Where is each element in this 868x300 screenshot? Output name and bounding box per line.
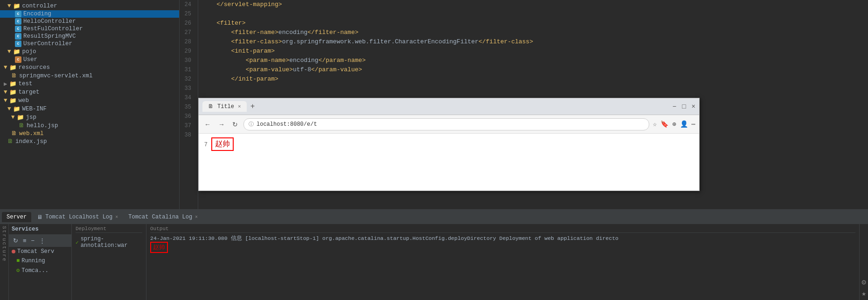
services-more-button[interactable]: ⋮ (38, 237, 47, 245)
code-editor-area: 24 25 26 27 28 29 30 31 32 33 34 35 36 3… (180, 0, 868, 209)
tab-tomcat-catalina-log[interactable]: Tomcat Catalina Log × (124, 212, 202, 222)
bottom-tab-bar: Server 🖥 Tomcat Localhost Log × Tomcat C… (0, 210, 868, 224)
star-outline-icon[interactable]: ☆ (653, 120, 657, 128)
deployment-header: Deployment (76, 226, 142, 233)
tree-item-webxml[interactable]: 🗎 web.xml (0, 130, 179, 137)
settings-gear-icon[interactable]: ⚙ (861, 278, 866, 287)
tree-item-jsp[interactable]: ▼ 📁 jsp (0, 113, 179, 122)
top-area: ▼ 📁 controller c Encoding c HelloControl… (0, 0, 868, 209)
tree-item-test[interactable]: ▶ 📁 test (0, 80, 179, 88)
collections-icon[interactable]: 🔖 (660, 120, 668, 128)
xml-icon: 🗎 (11, 130, 17, 137)
tree-item-restfulcontroller[interactable]: c RestFulController (0, 25, 179, 33)
browser-window: 🗎 Title × + − □ × ← → ↻ ⓘ (198, 98, 700, 191)
services-header: Services (9, 224, 71, 235)
tab-label-tomcat-localhost: Tomcat Localhost Log (45, 214, 112, 220)
browser-back-button[interactable]: ← (202, 120, 213, 129)
tree-label: springmvc-servlet.xml (19, 73, 93, 79)
browser-maximize-button[interactable]: □ (682, 103, 686, 110)
tree-item-hello-jsp[interactable]: 🗎 hello.jsp (0, 122, 179, 130)
structure-label: Structure (0, 224, 9, 300)
browser-close-button[interactable]: × (692, 103, 695, 110)
output-line-1: 24-Jan-2021 19:11:30.080 信息 [localhost-s… (150, 235, 855, 242)
output-text-1: 24-Jan-2021 19:11:30.080 信息 [localhost-s… (150, 235, 618, 241)
favorites-icon[interactable]: ★ (861, 289, 866, 298)
browser-forward-button[interactable]: → (216, 120, 227, 129)
services-item-running[interactable]: ■ Running (9, 256, 71, 266)
xml-icon: 🗎 (11, 72, 17, 79)
tab-tomcat-localhost-log[interactable]: 🖥 Tomcat Localhost Log × (32, 212, 123, 223)
services-collapse-button[interactable]: − (30, 237, 36, 245)
services-refresh-button[interactable]: ↻ (12, 237, 20, 245)
tree-item-usercontroller[interactable]: c UserController (0, 40, 179, 48)
services-item-tomca[interactable]: ⚙ Tomca... (9, 266, 71, 275)
tree-label: RestFulController (23, 26, 83, 32)
tree-label: test (19, 81, 33, 87)
tab-label-tomcat-catalina: Tomcat Catalina Log (128, 214, 192, 220)
profile-icon[interactable]: 👤 (680, 120, 688, 128)
bottom-content: Structure Services ↻ ≡ − ⋮ Tomcat Serv (0, 224, 868, 300)
output-chinese-text: 赵帅 (150, 242, 168, 253)
class-icon: c (15, 33, 21, 40)
folder-expand-icon: ▼ (7, 3, 11, 9)
tree-item-hellocontroller[interactable]: c HelloController (0, 18, 179, 25)
services-item-label-running: Running (21, 258, 45, 264)
file-icon: 🗎 (19, 122, 25, 129)
tree-label: hello.jsp (27, 123, 58, 129)
more-icon[interactable]: ⋯ (692, 120, 695, 128)
file-tree-sidebar: ▼ 📁 controller c Encoding c HelloControl… (0, 0, 180, 209)
folder-expand-icon: ▼ (7, 48, 11, 55)
code-line-26: <filter> (202, 19, 868, 28)
tree-item-web[interactable]: ▼ 📁 web (0, 96, 179, 105)
line-numbers: 24 25 26 27 28 29 30 31 32 33 34 35 36 3… (180, 0, 198, 209)
tree-label: controller (22, 3, 57, 9)
tab-icon-tomcat-localhost: 🖥 (37, 214, 42, 221)
tree-item-pojo[interactable]: ▼ 📁 pojo (0, 48, 179, 56)
tree-item-encoding[interactable]: c Encoding (0, 10, 179, 18)
code-line-31: <param-value>utf-8</param-value> (202, 65, 868, 75)
class-icon: c (15, 26, 21, 32)
services-item-tomcat[interactable]: Tomcat Serv (9, 247, 71, 256)
tree-label: HelloController (23, 18, 76, 25)
deployment-item: ✓ spring-annotation:war (76, 235, 142, 250)
services-expand-button[interactable]: ≡ (21, 237, 28, 245)
side-action-icons: ⚙ ★ (859, 224, 868, 300)
browser-tab-close-button[interactable]: × (238, 104, 241, 109)
tree-item-index-jsp[interactable]: 🗎 index.jsp (0, 137, 179, 145)
browser-url: localhost:8080/e/t (257, 121, 317, 128)
tree-label: web.xml (19, 130, 44, 137)
class-icon: c (15, 18, 21, 25)
tab-server[interactable]: Server (2, 212, 31, 222)
tree-item-user[interactable]: c User (0, 56, 179, 63)
code-line-24: </servlet-mapping> (202, 0, 868, 9)
folder-icon: 📁 (9, 89, 17, 96)
bottom-panel: Server 🖥 Tomcat Localhost Log × Tomcat C… (0, 209, 868, 300)
tree-item-springmvc-servlet[interactable]: 🗎 springmvc-servlet.xml (0, 72, 179, 80)
folder-icon: 📁 (9, 64, 17, 71)
services-toolbar: ↻ ≡ − ⋮ (9, 235, 71, 247)
folder-icon: 📁 (13, 105, 21, 113)
code-line-29: <init-param> (202, 47, 868, 56)
browser-address-bar[interactable]: ⓘ localhost:8080/e/t (243, 118, 649, 130)
tab-close-tomcat-localhost[interactable]: × (115, 215, 118, 220)
browser-tab[interactable]: 🗎 Title × (202, 101, 247, 112)
tree-item-resultspringmvc[interactable]: c ResultSpringMVC (0, 33, 179, 40)
folder-icon: 📁 (13, 2, 21, 10)
tree-item-target[interactable]: ▼ 📁 target (0, 88, 179, 96)
tab-label-server: Server (7, 214, 27, 220)
folder-icon: 📁 (17, 114, 24, 121)
browser-tab-icon: 🗎 (208, 103, 214, 110)
tree-label: index.jsp (15, 138, 47, 145)
tree-label: User (23, 56, 37, 63)
tab-close-tomcat-catalina[interactable]: × (195, 215, 198, 220)
browser-content: 7 赵帅 (199, 134, 699, 191)
line-number-7: 7 (204, 141, 208, 148)
tree-label: target (19, 89, 40, 95)
tree-item-webinf[interactable]: ▼ 📁 WEB-INF (0, 105, 179, 113)
share-icon[interactable]: ⊕ (672, 120, 676, 128)
browser-refresh-button[interactable]: ↻ (230, 120, 240, 129)
browser-new-tab-button[interactable]: + (250, 102, 255, 111)
tree-item-resources[interactable]: ▼ 📁 resources (0, 63, 179, 72)
browser-minimize-button[interactable]: − (673, 103, 676, 110)
tree-item-controller[interactable]: ▼ 📁 controller (0, 2, 179, 10)
